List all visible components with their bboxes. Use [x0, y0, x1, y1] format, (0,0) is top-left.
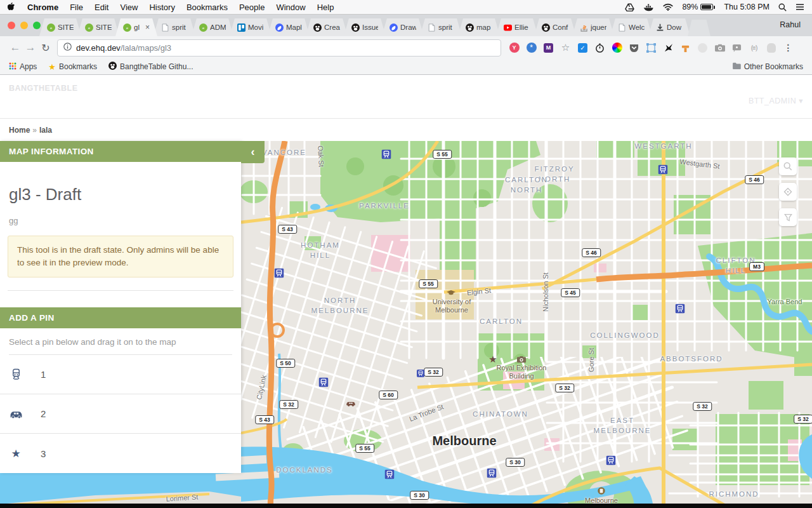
- menu-file[interactable]: File: [70, 3, 83, 12]
- extension-snowflake-icon[interactable]: *: [526, 43, 537, 53]
- menu-view[interactable]: View: [120, 3, 138, 12]
- notification-center-icon[interactable]: [796, 3, 804, 11]
- extension-faint-hand-icon[interactable]: [766, 43, 776, 53]
- star-pin-icon: ★: [9, 448, 23, 459]
- map-locate-button[interactable]: [779, 183, 797, 201]
- menu-people[interactable]: People: [239, 3, 265, 12]
- breadcrumb-home-link[interactable]: Home: [9, 126, 30, 135]
- browser-tab-ellie[interactable]: Ellie: [496, 18, 538, 36]
- apple-logo-icon[interactable]: [8, 3, 16, 12]
- route-shield: S 32: [279, 400, 298, 409]
- menu-bookmarks[interactable]: Bookmarks: [187, 3, 228, 12]
- ehq-favicon-icon: e: [199, 23, 207, 32]
- extension-chat-icon[interactable]: [731, 43, 742, 53]
- admin-user-menu[interactable]: BTT_ADMIN ▾: [749, 96, 803, 105]
- browser-tab-jquer[interactable]: jquer: [572, 18, 614, 36]
- route-shield: S 55: [419, 279, 438, 288]
- extension-timer-icon[interactable]: [594, 43, 605, 53]
- draggable-pin-star[interactable]: ★3: [0, 434, 241, 473]
- extension-orange-pipe-icon[interactable]: [680, 43, 691, 53]
- route-shield: S 55: [433, 150, 452, 159]
- browser-tab-sprit[interactable]: sprit: [154, 18, 195, 36]
- svg-text:e: e: [88, 25, 90, 29]
- site-brand: BANGTHETABLE: [9, 84, 78, 93]
- extension-pocket-icon[interactable]: [629, 43, 639, 53]
- extension-bookmark-star-icon[interactable]: ☆: [560, 43, 571, 53]
- browser-tab-site[interactable]: eSITE: [77, 18, 119, 36]
- spotlight-icon[interactable]: [778, 3, 787, 11]
- browser-tab-map[interactable]: map: [458, 18, 500, 36]
- extension-blue-check-icon[interactable]: ✓: [577, 43, 588, 53]
- browser-tab-crea[interactable]: Crea: [306, 18, 348, 36]
- map-area-label: DOCKLANDS: [276, 465, 333, 475]
- other-bookmarks[interactable]: Other Bookmarks: [732, 62, 803, 71]
- map-search-button[interactable]: [779, 157, 797, 175]
- window-close-button[interactable]: [8, 22, 15, 29]
- browser-tab-gl[interactable]: egl×: [115, 18, 157, 36]
- menu-bar-clock[interactable]: Thu 5:08 PM: [724, 3, 769, 11]
- extension-camera-icon[interactable]: [714, 43, 725, 53]
- browser-tab-issue[interactable]: Issue: [344, 18, 386, 36]
- draggable-pin-car[interactable]: 2: [0, 394, 241, 434]
- breadcrumb: Home»lala: [0, 118, 812, 141]
- extension-screenshot-frame-icon[interactable]: [646, 43, 657, 53]
- browser-tab-adm[interactable]: eADM: [192, 18, 233, 36]
- map-area-label: RICHMOND: [709, 489, 759, 499]
- folder-icon: [732, 62, 741, 71]
- battery-icon: [700, 4, 713, 10]
- new-tab-button[interactable]: [688, 20, 710, 36]
- browser-tab-site[interactable]: eSITE: [39, 18, 81, 36]
- sidebar-collapse-button[interactable]: ‹: [241, 141, 265, 163]
- tab-close-icon[interactable]: ×: [145, 23, 150, 32]
- extension-mixmax-icon[interactable]: M: [543, 43, 554, 53]
- browser-tab-sprit[interactable]: sprit: [420, 18, 462, 36]
- wifi-icon[interactable]: [663, 3, 673, 11]
- add-pin-hint: Select a pin below and drag it on to the…: [9, 337, 232, 355]
- map-street-label: Nicholson St: [542, 272, 549, 312]
- breadcrumb-separator: »: [32, 126, 37, 135]
- extension-black-bird-icon[interactable]: [663, 43, 674, 53]
- battery-indicator[interactable]: 89%: [682, 3, 715, 11]
- map-area-label: COLLINGWOOD: [590, 330, 660, 340]
- extension-red-badge-icon[interactable]: Y: [509, 43, 520, 53]
- route-shield: S 32: [424, 368, 443, 377]
- bookmark-apps-label: Apps: [20, 62, 37, 71]
- extension-colorwheel-icon[interactable]: [612, 43, 622, 53]
- extension-menu-dots-icon[interactable]: ⋮: [783, 43, 794, 53]
- youtube-favicon-icon: [504, 23, 512, 32]
- menu-edit[interactable]: Edit: [95, 3, 108, 12]
- browser-toolbar: ← → ↻ dev.ehq.dev/lala/maps/gl3 Y*M☆✓(≡)…: [0, 36, 812, 59]
- chrome-profile-name[interactable]: Rahul: [780, 20, 801, 29]
- route-shield: S 43: [278, 225, 297, 234]
- extension-parens-icon[interactable]: (≡): [749, 43, 759, 53]
- extension-faint-ghost-icon[interactable]: [697, 43, 708, 53]
- trello-favicon-icon: [237, 23, 246, 32]
- breadcrumb-current: lala: [39, 126, 52, 135]
- bookmark-folder-bookmarks[interactable]: ★ Bookmarks: [48, 62, 97, 72]
- address-bar[interactable]: dev.ehq.dev/lala/maps/gl3: [57, 39, 501, 57]
- browser-tab-conf[interactable]: Conf: [534, 18, 576, 36]
- reload-button[interactable]: ↻: [38, 42, 53, 54]
- menu-container: FileEditViewHistoryBookmarksPeopleWindow…: [70, 3, 334, 12]
- pin-label: 2: [41, 408, 46, 419]
- docker-icon[interactable]: [643, 3, 654, 11]
- menu-help[interactable]: Help: [317, 3, 334, 12]
- browser-tab-draw[interactable]: Draw: [382, 18, 424, 36]
- map-filter-button[interactable]: [779, 208, 797, 226]
- draggable-pin-train[interactable]: 1: [0, 355, 241, 394]
- mapbox-favicon-icon: [390, 23, 398, 32]
- bookmark-apps[interactable]: Apps: [9, 62, 37, 72]
- browser-tab-welc[interactable]: Welc: [610, 18, 652, 36]
- browser-tab-mapl[interactable]: Mapl: [268, 18, 310, 36]
- browser-tab-dow[interactable]: Dow: [648, 18, 690, 36]
- menu-window[interactable]: Window: [276, 3, 305, 12]
- window-minimize-button[interactable]: [20, 22, 28, 29]
- page-info-icon[interactable]: [63, 43, 72, 53]
- forward-button[interactable]: →: [23, 41, 38, 54]
- browser-tab-movi[interactable]: Movi: [230, 18, 272, 36]
- active-app-name[interactable]: Chrome: [27, 3, 58, 12]
- menu-history[interactable]: History: [149, 3, 174, 12]
- back-button[interactable]: ←: [8, 41, 23, 54]
- drive-icon[interactable]: [625, 3, 634, 11]
- bookmark-bangthetable-github[interactable]: BangtheTable Githu...: [108, 62, 193, 72]
